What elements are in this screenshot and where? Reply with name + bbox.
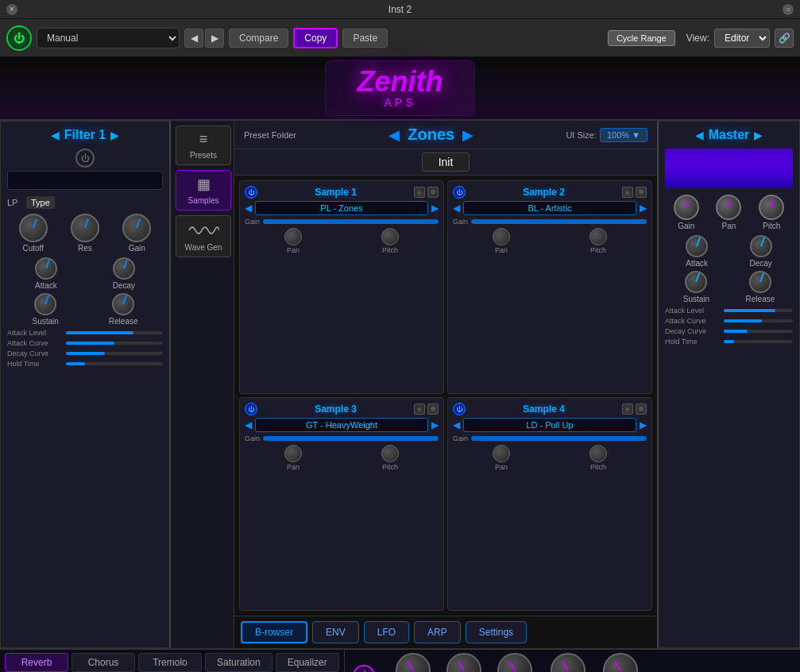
sample-2-next-arrow[interactable]: ▶ (640, 203, 647, 214)
master-left-arrow[interactable]: ◀ (695, 129, 704, 141)
sample-2-power[interactable]: ⏻ (453, 186, 466, 199)
link-button[interactable]: 🔗 (775, 29, 794, 48)
res-knob[interactable] (71, 214, 99, 242)
presets-icon: ≡ (199, 131, 208, 148)
next-preset-button[interactable]: ▶ (205, 29, 224, 48)
sample-1-gain-bar[interactable] (263, 219, 439, 224)
tremolo-tab[interactable]: Tremolo (138, 653, 202, 672)
attack-curve-slider[interactable] (66, 342, 163, 345)
ui-size-value[interactable]: 100% ▼ (600, 128, 647, 142)
filter-type-value[interactable]: Type (26, 196, 55, 209)
cutoff-knob[interactable] (19, 214, 48, 242)
sample-1-settings-icon[interactable]: ⚙ (427, 187, 439, 198)
wavegen-nav-item[interactable]: Wave Gen (176, 215, 231, 257)
effects-tabs-panel: Reverb Chorus Tremolo Saturation Equaliz… (0, 650, 344, 672)
sample-1-copy-icon[interactable]: ⎘ (414, 187, 425, 198)
paste-button[interactable]: Paste (342, 29, 388, 48)
prev-preset-button[interactable]: ◀ (184, 29, 203, 48)
sample-1-pitch-knob[interactable] (381, 228, 399, 245)
saturation-tab[interactable]: Saturation (205, 653, 272, 672)
sample-3-prev-arrow[interactable]: ◀ (245, 419, 252, 431)
sample-3-power[interactable]: ⏻ (245, 403, 257, 415)
decay-knob[interactable] (113, 257, 135, 280)
master-decay-curve-slider[interactable] (724, 330, 793, 333)
sample-2-settings-icon[interactable]: ⚙ (636, 187, 647, 198)
equalizer-tab[interactable]: Equalizer (276, 653, 339, 672)
hold-time-slider[interactable] (66, 362, 163, 365)
sample-3-name[interactable]: GT - HeavyWeight (255, 418, 428, 432)
sample-4-power[interactable]: ⏻ (453, 403, 466, 415)
sample-1-name[interactable]: PL - Zones (255, 201, 428, 215)
sample-1-prev-arrow[interactable]: ◀ (245, 203, 252, 214)
sample-3-pan-knob[interactable] (284, 445, 302, 462)
preset-select[interactable]: Manual (37, 28, 180, 48)
sample-4-gain-bar[interactable] (471, 436, 647, 441)
sustain-knob[interactable] (34, 293, 56, 315)
effects-power-button[interactable]: ⏻ (353, 665, 375, 673)
master-attack-curve-slider[interactable] (724, 319, 793, 322)
zones-left-arrow[interactable]: ◀ (388, 126, 400, 144)
sample-3-next-arrow[interactable]: ▶ (431, 419, 439, 431)
sample-4-settings-icon[interactable]: ⚙ (636, 404, 647, 415)
master-decay-knob[interactable] (750, 235, 772, 257)
sample-4-next-arrow[interactable]: ▶ (640, 419, 647, 431)
sample-2-name[interactable]: BL - Artistic (463, 201, 636, 215)
chorus-tab[interactable]: Chorus (71, 653, 135, 672)
master-attack-knob[interactable] (686, 235, 708, 257)
maximize-button[interactable]: ○ (783, 4, 794, 15)
power-button[interactable]: ⏻ (6, 25, 32, 51)
filter1-power-button[interactable]: ⏻ (75, 149, 95, 168)
decay-curve-slider[interactable] (66, 352, 163, 355)
samples-nav-item[interactable]: ▦ Samples (176, 170, 231, 210)
filter1-left-arrow[interactable]: ◀ (51, 129, 60, 141)
master-gain-knob[interactable] (674, 195, 699, 220)
sample-4-pitch-knob[interactable] (589, 445, 607, 462)
sample-4-pan-knob[interactable] (493, 445, 510, 462)
sample-3-pitch-knob[interactable] (381, 445, 399, 462)
sample-4-prev-arrow[interactable]: ◀ (453, 419, 460, 431)
sample-4-name[interactable]: LD - Pull Up (463, 418, 636, 432)
close-button[interactable]: × (6, 4, 17, 15)
master-pitch-knob[interactable] (759, 195, 784, 220)
zones-right-arrow[interactable]: ▶ (462, 126, 473, 144)
presets-nav-item[interactable]: ≡ Presets (176, 126, 231, 165)
highpass-knob[interactable] (603, 653, 638, 672)
lfo-button[interactable]: LFO (364, 621, 409, 643)
gain-knob[interactable] (122, 214, 151, 242)
master-release-knob[interactable] (749, 271, 771, 293)
sample-2-pan-knob[interactable] (493, 228, 510, 245)
filter1-right-arrow[interactable]: ▶ (110, 129, 119, 141)
cycle-range-button[interactable]: Cycle Range (608, 30, 675, 46)
master-right-arrow[interactable]: ▶ (754, 129, 763, 141)
env-button[interactable]: ENV (312, 621, 359, 643)
sample-2-copy-icon[interactable]: ⎘ (622, 187, 633, 198)
arp-button[interactable]: ARP (414, 621, 461, 643)
sample-3-gain-bar[interactable] (263, 436, 439, 441)
wet-knob[interactable] (396, 653, 431, 672)
sample-2-prev-arrow[interactable]: ◀ (453, 203, 460, 214)
sample-1-pan-knob[interactable] (284, 228, 302, 245)
sample-1-next-arrow[interactable]: ▶ (431, 203, 439, 214)
roomsize-knob[interactable] (551, 653, 586, 672)
sample-3-copy-icon[interactable]: ⎘ (414, 404, 425, 415)
master-hold-time-slider[interactable] (724, 340, 793, 343)
sample-4-copy-icon[interactable]: ⎘ (622, 404, 633, 415)
view-select[interactable]: Editor (714, 29, 770, 48)
attack-knob[interactable] (35, 257, 57, 280)
attack-level-slider[interactable] (66, 331, 163, 334)
sample-2-pitch-knob[interactable] (589, 228, 607, 245)
sample-3-settings-icon[interactable]: ⚙ (427, 404, 439, 415)
reverb-tab[interactable]: Reverb (5, 653, 68, 672)
compare-button[interactable]: Compare (229, 29, 288, 48)
master-sustain-knob[interactable] (685, 271, 707, 293)
sample-1-power[interactable]: ⏻ (245, 186, 257, 199)
sample-2-gain-bar[interactable] (471, 219, 647, 224)
damping-knob[interactable] (446, 653, 481, 672)
master-attack-level-slider[interactable] (724, 309, 793, 312)
settings-button[interactable]: Settings (466, 621, 527, 643)
release-knob[interactable] (112, 293, 134, 315)
browser-button[interactable]: B-rowser (241, 621, 307, 643)
master-pan-knob[interactable] (716, 195, 741, 220)
width-knob[interactable] (497, 653, 532, 672)
copy-button[interactable]: Copy (293, 28, 338, 48)
